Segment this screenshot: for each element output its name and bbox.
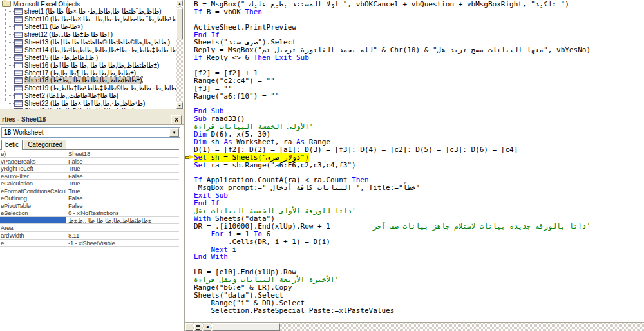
tree-item-sheet[interactable]: Sheet18 (طاظٹطاظ„طا,طا طا طا ,,ط±ط±)	[0, 77, 176, 84]
tree-connector	[9, 42, 14, 43]
tree-item-sheet[interactable]: Sheet17 (طاظ„طا,طا طا طا ¶طا طا,ط±)	[0, 69, 176, 77]
code-line[interactable]	[194, 100, 644, 108]
tree-root-label: Microsoft Excel Objects	[13, 1, 80, 8]
full-module-view-icon	[196, 325, 200, 330]
worksheet-icon	[14, 46, 23, 53]
tree-guide-line	[5, 8, 6, 103]
tree-item-sheet[interactable]: Sheet16 (طاظٹطاظ„طا,طا طا طا ,طا طا طا†ط…	[0, 61, 176, 69]
code-line[interactable]: Exit Sub	[194, 192, 644, 200]
property-value[interactable]: 0 - xlNoRestrictions	[66, 209, 179, 216]
property-value[interactable]: 8.11	[66, 232, 179, 239]
tree-item-label: Sheet22 (ط¹طاظ„ط·,طا,طا†طا ×طا-طا طا)	[24, 100, 145, 107]
property-value[interactable]: False	[66, 194, 179, 202]
code-line[interactable]: If B = vbOK Then	[194, 8, 644, 16]
property-value[interactable]: False	[66, 202, 179, 209]
property-row[interactable]: yRightToLeftTrue	[0, 165, 179, 173]
tree-item-sheet[interactable]: Sheet22 (ط¹طاظ„ط·,طا,طا†طا ×طا-طا طا)	[0, 100, 176, 108]
properties-tabs: beticCategorized	[0, 140, 184, 149]
code-keyword: End With	[194, 252, 228, 261]
code-line[interactable]: End With	[194, 253, 644, 261]
code-text: Range("a6:f10") = ""	[194, 92, 279, 100]
folder-icon	[2, 1, 11, 7]
tree-item-sheet[interactable]: Sheet3 (طاظ„طا†طا²طا طا ¶طا طا,ط±)	[0, 108, 176, 109]
tree-item-sheet[interactable]: Sheet10 (ط¹طاظ„ط¨ طا-طاظ„ط·طا,طا...طا ×ط…	[0, 15, 176, 23]
full-module-view-button[interactable]	[194, 323, 202, 331]
tree-item-label: Sheet11 (طا-طا طا×)	[24, 23, 83, 30]
property-value[interactable]	[66, 224, 179, 231]
combo-dropdown-button[interactable]: ▾	[169, 128, 179, 137]
tree-item-label: Sheet16 (طاظٹطاظ„طا,طا طا طا ,طا طا طا†ط…	[24, 62, 159, 69]
tree-connector	[9, 57, 14, 58]
property-row[interactable]: e)Sheet18	[0, 150, 179, 158]
code-line[interactable]: .Cells(DR, i + 1) = D(i)	[194, 238, 644, 246]
scrollbar-thumb[interactable]	[212, 323, 280, 331]
close-button[interactable]: X	[171, 115, 182, 124]
property-row[interactable]: eSelection0 - xlNoRestrictions	[0, 209, 179, 217]
property-value[interactable]: False	[66, 173, 179, 180]
worksheet-icon	[14, 16, 23, 23]
tab-categorized[interactable]: Categorized	[24, 140, 66, 149]
code-editor[interactable]: B = MsgBox(" عليك‎ بطبع‎ المستند‎ اولا "…	[194, 1, 644, 322]
code-line[interactable]: End Sub	[194, 108, 644, 115]
code-line[interactable]: If Reply <> 6 Then Exit Sub	[194, 54, 644, 62]
code-line[interactable]: Range("a6:f10") = ""	[194, 93, 644, 100]
property-row[interactable]: طاظٹطاظ„طا,طا طا طا ,,ط±ط±	[0, 217, 179, 225]
property-label: eSelection	[0, 209, 66, 216]
worksheet-icon	[14, 24, 23, 30]
property-value[interactable]: True	[66, 187, 179, 194]
code-comment: آخر‎ صف‎ بيانات‎ جاهز‎ لاستلام‎ بيانات‎ …	[373, 222, 591, 231]
tree-item-sheet[interactable]: Sheet13 (طاظ„طا,طا©طاظٹطا ©طاظٹطا طا طا†…	[0, 39, 176, 46]
property-row[interactable]: ePivotTableFalse	[0, 202, 179, 210]
up-arrow-icon: ▴	[178, 1, 180, 5]
tree-item-sheet[interactable]: Sheet15 (ط±طاظ„ط· طا )	[0, 53, 176, 61]
tree-connector	[9, 50, 14, 50]
property-value[interactable]: True	[66, 165, 179, 172]
project-scrollbar[interactable]: ▴ ▾	[176, 0, 183, 109]
property-row[interactable]: e-1 - xlSheetVisible	[0, 240, 179, 247]
tree-item-sheet[interactable]: sheet1 (طاظ„ط¨ظٹطا-طا,طاظ„ط· طا ×طا-طا ط…	[0, 8, 176, 15]
scrollbar-thumb[interactable]	[176, 8, 183, 39]
execution-point-arrow-icon[interactable]	[185, 155, 193, 160]
tree-connector	[9, 26, 14, 27]
scroll-up-button[interactable]: ▴	[176, 0, 183, 6]
property-row[interactable]: eFormatConditionsCalculationTrue	[0, 187, 179, 195]
property-value[interactable]: طاظٹطاظ„طا,طا طا طا ,,ط±ط±	[66, 217, 179, 224]
tree-root-excel-objects[interactable]: Microsoft Excel Objects	[0, 0, 176, 8]
property-row[interactable]: ardWidth8.11	[0, 232, 179, 240]
code-line[interactable]: ActiveSheet.PrintPreview	[194, 24, 644, 32]
object-combo-rest: Worksheet	[11, 129, 43, 136]
code-margin-bar	[185, 0, 194, 322]
code-line[interactable]: Selection.PasteSpecial Paste:=xlPasteVal…	[194, 307, 644, 315]
property-value[interactable]: False	[66, 158, 179, 165]
tree-item-sheet[interactable]: sheet12 (طا طا ط±طا طا...طا†)	[0, 31, 176, 39]
property-value[interactable]: -1 - xlSheetVisible	[66, 240, 179, 247]
project-explorer-panel: Microsoft Excel Objects sheet1 (طاظ„ط¨ظٹ…	[0, 0, 184, 109]
worksheet-icon	[14, 32, 23, 38]
property-row[interactable]: eOutliningFalse	[0, 194, 179, 202]
scroll-left-button[interactable]: ◂	[204, 323, 211, 331]
horizontal-scrollbar[interactable]: ◂	[185, 322, 644, 331]
property-row[interactable]: eAutoFilterFalse	[0, 173, 179, 180]
panel-splitter[interactable]	[0, 110, 184, 115]
scroll-down-button[interactable]: ▾	[176, 102, 183, 109]
tree-connector	[9, 88, 14, 88]
property-value[interactable]: Sheet18	[66, 150, 179, 157]
procedure-view-button[interactable]	[185, 323, 193, 331]
tree-item-sheet[interactable]: Sheet14 (طا,طاظ„طا طاظ‡طاظ„ط· طا±طا,طاظ„…	[0, 46, 176, 53]
code-line[interactable]: Next i	[194, 246, 644, 254]
property-row[interactable]: yPageBreaksFalse	[0, 158, 179, 166]
code-line[interactable]: Range("c2:c4") = ""	[194, 77, 644, 85]
tree-item-sheet[interactable]: Sheet19 (ط¹طاظ„ط· طاظ„ط·طا©طاظ‡طاط¹طا†طا…	[0, 84, 176, 92]
tree-item-sheet[interactable]: Sheet2 (طا طا†طا³طاظٹ,,ط±طا)	[0, 92, 176, 100]
tree-item-sheet[interactable]: Sheet11 (طا-طا طا×)	[0, 23, 176, 31]
code-text: Selection.PasteSpecial Paste:=xlPasteVal…	[194, 307, 394, 315]
object-combo[interactable]: 18 Worksheet ▾	[1, 127, 180, 138]
tab-betic[interactable]: betic	[1, 140, 23, 150]
code-line[interactable]	[194, 62, 644, 70]
property-value[interactable]: True	[66, 180, 179, 187]
property-row[interactable]: Area	[0, 224, 179, 232]
code-line[interactable]: MsgBox prompt:=" أدخال‎ كافة‎ البيانات "…	[194, 184, 644, 192]
code-line[interactable]: Set ra = sh.Range("a6:E6,c2,c3,c4,f3")	[194, 162, 644, 169]
property-row[interactable]: eCalculationTrue	[0, 180, 179, 187]
properties-title-bar: rties - Sheet18 X	[0, 115, 184, 125]
